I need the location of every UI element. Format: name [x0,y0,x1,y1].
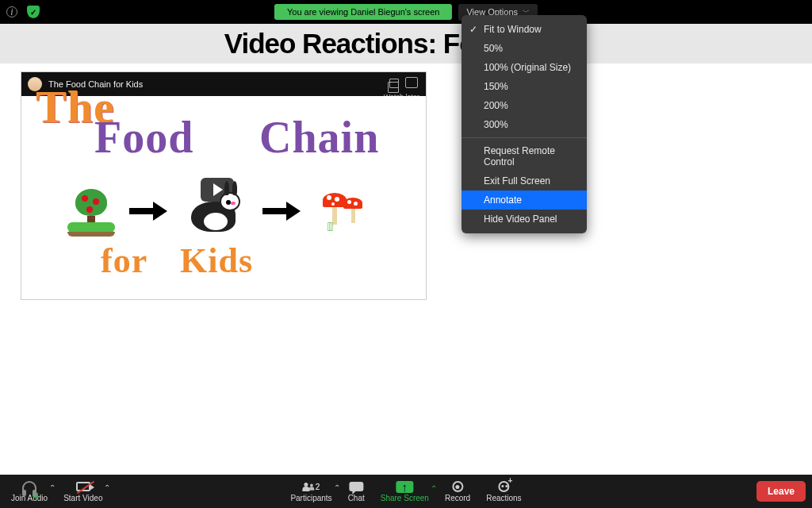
thumb-word-chain: Chain [259,112,379,163]
chat-button[interactable]: Chat [340,480,373,502]
join-audio-button[interactable]: Join Audio ⌃ [3,480,56,502]
leave-button[interactable]: Leave [756,481,806,502]
viewing-banner: You are viewing Daniel Biegun's screen [274,4,452,20]
record-icon [452,480,463,493]
top-bar: i You are viewing Daniel Biegun's screen… [0,0,812,24]
arrow-icon [262,205,301,217]
menu-exit-full-screen[interactable]: Exit Full Screen [462,171,587,190]
thumb-word-kids: Kids [180,241,253,281]
headphones-icon [22,480,36,493]
reactions-button[interactable]: Reactions [478,480,529,502]
chat-icon [349,480,363,493]
thumb-word-food: Food [94,112,193,163]
tree-icon [69,189,113,233]
mushroom-icon [316,190,370,233]
food-chain-row [69,183,402,239]
share-icon[interactable] [405,77,418,88]
participants-button[interactable]: 2 Participants ⌃ [282,480,339,502]
encryption-shield-icon[interactable] [27,6,40,18]
copy-link-icon[interactable] [389,79,399,88]
share-screen-button[interactable]: ↑ Share Screen ⌃ [373,481,437,502]
menu-zoom-200[interactable]: 200% [462,96,587,115]
menu-fit-to-window[interactable]: Fit to Window [462,20,587,39]
participants-icon: 2 [303,480,320,493]
reactions-icon [498,480,509,493]
info-icon[interactable]: i [6,6,17,17]
menu-hide-video-panel[interactable]: Hide Video Panel [462,210,587,229]
rabbit-icon [183,187,247,235]
menu-zoom-100[interactable]: 100% (Original Size) [462,58,587,77]
thumb-word-for: for [101,241,147,281]
menu-zoom-50[interactable]: 50% [462,39,587,58]
content-area: The Food Chain for Kids Watch later The … [0,64,812,475]
video-embed[interactable]: The Food Chain for Kids Watch later The … [21,71,427,300]
menu-annotate[interactable]: Annotate [462,190,587,210]
bottom-toolbar: Join Audio ⌃ Start Video ⌃ 2 Participant… [0,475,812,508]
menu-request-remote[interactable]: Request Remote Control [462,141,587,171]
record-button[interactable]: Record [437,480,478,502]
arrow-icon [129,205,167,217]
start-video-button[interactable]: Start Video ⌃ [56,480,110,502]
camera-off-icon [76,480,90,493]
title-band: Video Reactions: Food Chain [0,24,812,64]
chevron-up-icon[interactable]: ⌃ [104,483,110,492]
chevron-up-icon[interactable]: ⌃ [431,484,437,493]
menu-zoom-300[interactable]: 300% [462,115,587,134]
menu-zoom-150[interactable]: 150% [462,77,587,96]
chevron-up-icon[interactable]: ⌃ [49,483,56,492]
video-body: The Food Chain for Kids [21,96,426,299]
chevron-up-icon[interactable]: ⌃ [334,483,340,492]
view-options-menu: Fit to Window 50% 100% (Original Size) 1… [462,15,587,233]
menu-separator [462,137,587,138]
share-screen-icon: ↑ [396,481,413,493]
